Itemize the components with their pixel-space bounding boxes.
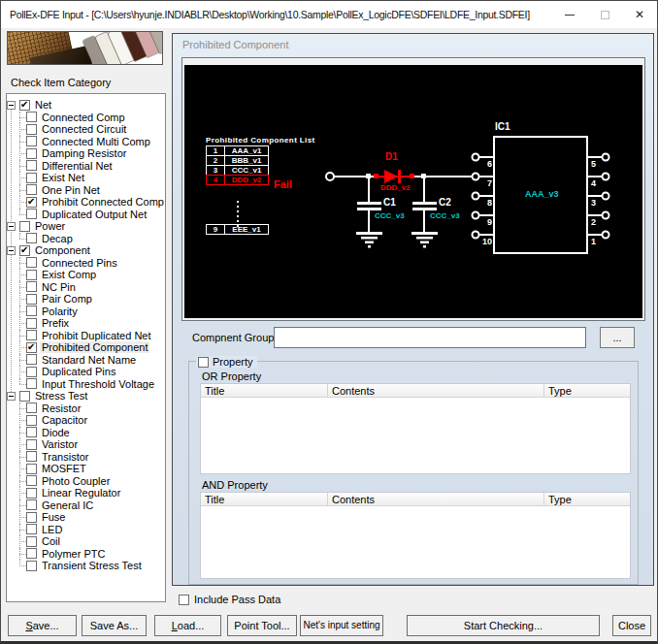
tree-item-checkbox[interactable] (19, 245, 30, 256)
expand-collapse-icon[interactable] (7, 246, 16, 255)
browse-button[interactable]: ... (600, 327, 635, 348)
tree-item-checkbox[interactable] (26, 548, 37, 559)
tree-item-linear-regulator[interactable]: Linear Regulator (7, 487, 165, 499)
save-button[interactable]: Save... (8, 615, 77, 636)
column-type[interactable]: Type (544, 384, 630, 397)
tree-item-checkbox[interactable] (26, 209, 37, 219)
tree-item-checkbox[interactable] (26, 427, 37, 437)
tree-item-one-pin-net[interactable]: One Pin Net (7, 184, 165, 197)
tree-item-varistor[interactable]: Varistor (7, 438, 165, 451)
minimize-button[interactable] (552, 1, 587, 28)
and-property-table[interactable]: Title Contents Type (200, 492, 631, 579)
property-checkbox[interactable] (198, 357, 209, 368)
tree-item-checkbox[interactable] (26, 330, 37, 340)
tree-item-connected-comp[interactable]: Connected Comp (7, 112, 165, 124)
tree-item-checkbox[interactable] (26, 306, 37, 316)
tree-item-checkbox[interactable] (26, 173, 37, 183)
tree-item-transient-stress-test[interactable]: Transient Stress Test (7, 560, 165, 572)
tree-item-component[interactable]: Component (7, 244, 165, 257)
tree-item-checkbox[interactable] (26, 451, 37, 462)
expand-collapse-icon[interactable] (7, 101, 16, 110)
tree-item-prohibit-duplicated-net[interactable]: Prohibit Duplicated Net (7, 330, 165, 342)
column-type[interactable]: Type (544, 493, 630, 505)
start-checking-button[interactable]: Start Checking... (407, 615, 600, 636)
tree-item-pair-comp[interactable]: Pair Comp (7, 293, 165, 306)
tree-item-resistor[interactable]: Resistor (7, 402, 165, 415)
tree-item-exist-net[interactable]: Exist Net (7, 172, 165, 184)
tree-item-standard-net-name[interactable]: Standard Net Name (7, 354, 165, 367)
maximize-button[interactable] (587, 1, 622, 28)
close-button[interactable]: ✕ (622, 1, 657, 28)
tree-item-decap[interactable]: Decap (7, 233, 165, 245)
tree-item-general-ic[interactable]: General IC (7, 499, 165, 512)
tree-item-checkbox[interactable] (26, 148, 37, 159)
tree-item-mosfet[interactable]: MOSFET (7, 463, 165, 475)
tree-item-checkbox[interactable] (26, 512, 37, 523)
tree-item-checkbox[interactable] (26, 184, 37, 195)
tree-item-diode[interactable]: Diode (7, 427, 165, 439)
column-contents[interactable]: Contents (328, 493, 544, 505)
column-contents[interactable]: Contents (328, 384, 544, 397)
component-group-input[interactable] (274, 327, 586, 348)
tree-item-checkbox[interactable] (26, 367, 37, 377)
tree-item-checkbox[interactable] (26, 136, 37, 146)
tree-item-checkbox[interactable] (26, 270, 37, 280)
net-s-input-setting-button[interactable]: Net's input setting (300, 615, 383, 636)
expand-collapse-icon[interactable] (7, 392, 16, 401)
column-title[interactable]: Title (201, 493, 328, 505)
or-property-table[interactable]: Title Contents Type (200, 383, 631, 474)
close-button[interactable]: Close (612, 615, 651, 636)
tree-item-prefix[interactable]: Prefix (7, 317, 165, 330)
point-tool-button[interactable]: Point Tool... (227, 615, 297, 636)
tree-item-nc-pin[interactable]: NC Pin (7, 281, 165, 294)
tree-item-polymer-ptc[interactable]: Polymer PTC (7, 548, 165, 561)
tree-item-checkbox[interactable] (26, 160, 37, 171)
tree-item-checkbox[interactable] (26, 402, 37, 413)
tree-item-checkbox[interactable] (26, 378, 37, 389)
tree-item-connected-circuit[interactable]: Connected Circuit (7, 123, 165, 136)
tree-item-checkbox[interactable] (26, 561, 37, 571)
tree-item-fuse[interactable]: Fuse (7, 511, 165, 524)
column-title[interactable]: Title (201, 384, 328, 397)
tree-item-power[interactable]: Power (7, 220, 165, 233)
tree-item-duplicated-pins[interactable]: Duplicated Pins (7, 366, 165, 378)
expand-collapse-icon[interactable] (7, 222, 16, 231)
tree-item-checkbox[interactable] (26, 197, 37, 208)
tree-item-connected-multi-comp[interactable]: Connected Multi Comp (7, 136, 165, 148)
tree-item-checkbox[interactable] (26, 233, 37, 243)
tree-item-checkbox[interactable] (19, 221, 30, 232)
tree-item-checkbox[interactable] (26, 488, 37, 499)
tree-item-prohibited-component[interactable]: Prohibited Component (7, 341, 165, 354)
tree-item-duplicated-output-net[interactable]: Duplicated Output Net (7, 209, 165, 221)
tree-item-checkbox[interactable] (26, 294, 37, 305)
tree-item-net[interactable]: Net (7, 99, 165, 112)
tree-item-prohibit-connected-comp[interactable]: Prohibit Connected Comp (7, 196, 165, 209)
tree-item-coil[interactable]: Coil (7, 535, 165, 548)
tree-item-photo-coupler[interactable]: Photo Coupler (7, 475, 165, 488)
tree-item-checkbox[interactable] (19, 391, 30, 402)
tree-item-damping-resistor[interactable]: Damping Resistor (7, 147, 165, 160)
tree-item-differential-net[interactable]: Differential Net (7, 160, 165, 173)
load-button[interactable]: Load... (154, 615, 221, 636)
tree-item-checkbox[interactable] (26, 342, 37, 353)
include-pass-data-checkbox[interactable] (179, 595, 189, 605)
tree-item-connected-pins[interactable]: Connected Pins (7, 257, 165, 270)
tree-item-exist-comp[interactable]: Exist Comp (7, 269, 165, 281)
tree-item-checkbox[interactable] (26, 464, 37, 474)
tree-item-checkbox[interactable] (26, 112, 37, 122)
schematic-canvas[interactable]: Prohibited Component List 1AAA_v1 2BBB_v… (184, 65, 642, 318)
tree-item-input-threshold-voltage[interactable]: Input Threshold Voltage (7, 378, 165, 391)
tree-item-checkbox[interactable] (26, 499, 37, 510)
tree-item-checkbox[interactable] (26, 524, 37, 534)
tree-item-capacitor[interactable]: Capacitor (7, 414, 165, 427)
tree-item-checkbox[interactable] (26, 354, 37, 365)
tree-item-checkbox[interactable] (26, 536, 37, 547)
tree-item-checkbox[interactable] (26, 415, 37, 426)
tree-item-checkbox[interactable] (26, 124, 37, 135)
tree-item-checkbox[interactable] (26, 318, 37, 329)
tree-item-polarity[interactable]: Polarity (7, 306, 165, 318)
tree-item-transistor[interactable]: Transistor (7, 451, 165, 464)
tree-item-stress-test[interactable]: Stress Test (7, 390, 165, 402)
tree-item-checkbox[interactable] (26, 475, 37, 486)
tree-item-checkbox[interactable] (26, 257, 37, 268)
